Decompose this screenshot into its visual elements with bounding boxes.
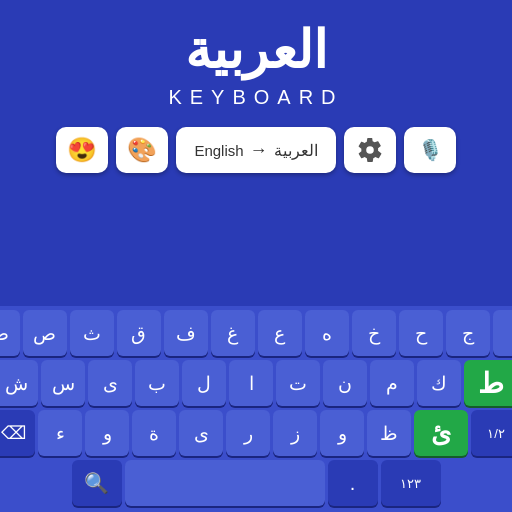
key-ba[interactable]: ب bbox=[135, 360, 179, 406]
key-ta-marb[interactable]: ة bbox=[132, 410, 176, 456]
keyboard-label: KEYBOARD bbox=[168, 86, 343, 109]
key-ain[interactable]: ع bbox=[258, 310, 302, 356]
key-meem[interactable]: م bbox=[370, 360, 414, 406]
key-seen[interactable]: س bbox=[41, 360, 85, 406]
key-kha[interactable]: خ bbox=[352, 310, 396, 356]
key-sad[interactable]: ص bbox=[23, 310, 67, 356]
key-sheen[interactable]: ش bbox=[0, 360, 38, 406]
header: العربية KEYBOARD 😍 🎨 English → العربية 🎙… bbox=[0, 0, 512, 306]
lang-arabic-label: العربية bbox=[274, 141, 318, 160]
key-noon[interactable]: ن bbox=[323, 360, 367, 406]
key-ya[interactable]: ى bbox=[88, 360, 132, 406]
key-ta-green[interactable]: ط bbox=[464, 360, 512, 406]
key-ya2[interactable]: ى bbox=[179, 410, 223, 456]
key-dal[interactable]: د bbox=[493, 310, 513, 356]
keyboard-row-3: ١/٢ ئ ظ و ز ر ى ة و ء ⌫ bbox=[2, 410, 510, 456]
key-jeem[interactable]: ج bbox=[446, 310, 490, 356]
lang-english-label: English bbox=[194, 142, 243, 159]
key-dad[interactable]: ض bbox=[0, 310, 20, 356]
keyboard-row-4: ١٢٣ . 🔍 bbox=[2, 460, 510, 506]
backspace-key[interactable]: ⌫ bbox=[0, 410, 35, 456]
space-key[interactable] bbox=[125, 460, 325, 506]
key-zha[interactable]: ظ bbox=[367, 410, 411, 456]
mic-button[interactable]: 🎙️ bbox=[404, 127, 456, 173]
arabic-title: العربية bbox=[185, 20, 327, 80]
lang-arrow-icon: → bbox=[250, 140, 268, 161]
key-half[interactable]: ١/٢ bbox=[471, 410, 512, 456]
key-ra[interactable]: ر bbox=[226, 410, 270, 456]
key-qaf[interactable]: ق bbox=[117, 310, 161, 356]
paint-icon: 🎨 bbox=[127, 136, 157, 164]
settings-button[interactable] bbox=[344, 127, 396, 173]
key-ghain[interactable]: غ bbox=[211, 310, 255, 356]
key-zayn[interactable]: ز bbox=[273, 410, 317, 456]
key-hamza[interactable]: ء bbox=[38, 410, 82, 456]
key-fa[interactable]: ف bbox=[164, 310, 208, 356]
key-ha2[interactable]: ه bbox=[305, 310, 349, 356]
keyboard-row-2: ط ك م ن ت ا ل ب ى س ش bbox=[2, 360, 510, 406]
toolbar: 😍 🎨 English → العربية 🎙️ bbox=[50, 127, 462, 173]
emoji-button[interactable]: 😍 bbox=[56, 127, 108, 173]
key-kaf[interactable]: ك bbox=[417, 360, 461, 406]
dot-key[interactable]: . bbox=[328, 460, 378, 506]
key-waw2[interactable]: و bbox=[85, 410, 129, 456]
language-switch-button[interactable]: English → العربية bbox=[176, 127, 336, 173]
key-alef[interactable]: ا bbox=[229, 360, 273, 406]
search-key[interactable]: 🔍 bbox=[72, 460, 122, 506]
paint-button[interactable]: 🎨 bbox=[116, 127, 168, 173]
numbers-key[interactable]: ١٢٣ bbox=[381, 460, 441, 506]
gear-icon bbox=[357, 137, 383, 163]
emoji-icon: 😍 bbox=[67, 136, 97, 164]
key-waw[interactable]: و bbox=[320, 410, 364, 456]
key-tha[interactable]: ث bbox=[70, 310, 114, 356]
keyboard-row-1: د ج ح خ ه ع غ ف ق ث ص ض bbox=[2, 310, 510, 356]
key-ha[interactable]: ح bbox=[399, 310, 443, 356]
mic-icon: 🎙️ bbox=[418, 138, 443, 162]
key-ya-hamza-green[interactable]: ئ bbox=[414, 410, 468, 456]
keyboard: د ج ح خ ه ع غ ف ق ث ص ض ط ك م ن ت ا ل ب … bbox=[0, 306, 512, 512]
key-ta2[interactable]: ت bbox=[276, 360, 320, 406]
key-lam[interactable]: ل bbox=[182, 360, 226, 406]
